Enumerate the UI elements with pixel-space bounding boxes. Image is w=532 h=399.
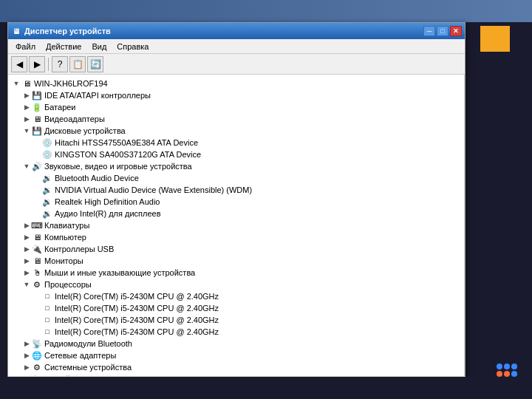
tree-item-cpu1[interactable]: □ Intel(R) Core(TM) i5-2430M CPU @ 2.40G… xyxy=(8,302,464,314)
maximize-button[interactable]: □ xyxy=(437,26,449,36)
tree-item-computer[interactable]: ▶ 🖥 Компьютер xyxy=(8,231,464,243)
back-button[interactable]: ◀ xyxy=(11,56,27,72)
device-manager-window: 🖥 Диспетчер устройств ─ □ ✕ Файл Действи… xyxy=(7,22,466,377)
hid-icon: 🖱 xyxy=(32,374,42,376)
tree-item-nvidia-audio[interactable]: 🔉 NVIDIA Virtual Audio Device (Wave Exte… xyxy=(8,184,464,196)
cpu1-expander xyxy=(32,303,42,313)
ide-label: IDE ATA/ATAPI контроллеры xyxy=(44,91,151,100)
tree-item-realtek[interactable]: 🔉 Realtek High Definition Audio xyxy=(8,196,464,208)
battery-label: Батареи xyxy=(44,103,76,112)
device-tree[interactable]: ▼ 🖥 WIN-JKH6LROF194 ▶ 💾 IDE ATA/ATAPI ко… xyxy=(8,75,465,376)
realtek-label: Realtek High Definition Audio xyxy=(55,197,160,206)
dot-0 xyxy=(497,364,502,369)
menu-bar: Файл Действие Вид Справка xyxy=(8,39,465,54)
bt-audio-expander xyxy=(32,173,42,183)
forward-button[interactable]: ▶ xyxy=(29,56,45,72)
hitachi-expander xyxy=(32,137,42,148)
title-bar: 🖥 Диспетчер устройств ─ □ ✕ xyxy=(8,23,465,39)
intel-audio-label: Аудио Intel(R) для дисплеев xyxy=(55,209,161,218)
dot-5 xyxy=(511,371,517,377)
tree-item-kingston[interactable]: 💿 KINGSTON SA400S37120G ATA Device xyxy=(8,149,464,160)
system-expander[interactable]: ▶ xyxy=(21,362,32,372)
title-buttons: ─ □ ✕ xyxy=(423,26,462,36)
bottom-background xyxy=(0,377,532,399)
tree-item-bluetooth-audio[interactable]: 🔉 Bluetooth Audio Device xyxy=(8,172,464,184)
menu-action[interactable]: Действие xyxy=(41,41,86,52)
cpu0-icon: □ xyxy=(42,291,52,301)
tree-item-monitors[interactable]: ▶ 🖥 Мониторы xyxy=(8,255,464,267)
cpu2-expander xyxy=(32,315,42,325)
refresh-button[interactable]: 🔄 xyxy=(87,56,103,72)
content-area: ▼ 🖥 WIN-JKH6LROF194 ▶ 💾 IDE ATA/ATAPI ко… xyxy=(8,75,465,376)
monitors-label: Мониторы xyxy=(44,256,83,265)
battery-icon: 🔋 xyxy=(32,102,42,112)
video-icon: 🖥 xyxy=(32,114,42,124)
minimize-button[interactable]: ─ xyxy=(423,26,435,36)
tree-item-system[interactable]: ▶ ⚙ Системные устройства xyxy=(8,361,464,373)
audio-expander[interactable]: ▼ xyxy=(21,161,32,171)
tree-item-battery[interactable]: ▶ 🔋 Батареи xyxy=(8,101,464,113)
tree-item-hid[interactable]: ▶ 🖱 Устройства HID (Human Interface Devi… xyxy=(8,373,464,376)
kingston-label: KINGSTON SA400S37120G ATA Device xyxy=(55,150,201,159)
computer-expander[interactable]: ▶ xyxy=(21,232,32,242)
help-button[interactable]: ? xyxy=(52,56,68,72)
mice-label: Мыши и иные указывающие устройства xyxy=(44,268,195,277)
root-node[interactable]: ▼ 🖥 WIN-JKH6LROF194 xyxy=(8,78,464,89)
tree-item-disk[interactable]: ▼ 💾 Дисковые устройства xyxy=(8,125,464,137)
system-icon: ⚙ xyxy=(32,362,42,372)
tree-item-video[interactable]: ▶ 🖥 Видеоадаптеры xyxy=(8,113,464,125)
cpu0-label: Intel(R) Core(TM) i5-2430M CPU @ 2.40GHz xyxy=(55,292,219,301)
bt-audio-label: Bluetooth Audio Device xyxy=(55,174,139,183)
toolbar: ◀ ▶ ? 📋 🔄 xyxy=(8,54,465,75)
cpu-expander[interactable]: ▼ xyxy=(21,279,32,290)
tree-item-audio[interactable]: ▼ 🔊 Звуковые, видео и игровые устройства xyxy=(8,160,464,172)
kingston-expander xyxy=(32,149,42,160)
tree-item-network[interactable]: ▶ 🌐 Сетевые адаптеры xyxy=(8,349,464,361)
monitors-expander[interactable]: ▶ xyxy=(21,256,32,266)
tree-item-cpu2[interactable]: □ Intel(R) Core(TM) i5-2430M CPU @ 2.40G… xyxy=(8,314,464,326)
close-button[interactable]: ✕ xyxy=(450,26,462,36)
window-title: Диспетчер устройств xyxy=(24,27,111,35)
network-label: Сетевые адаптеры xyxy=(44,351,116,360)
tree-item-intel-audio[interactable]: 🔉 Аудио Intel(R) для дисплеев xyxy=(8,208,464,219)
menu-view[interactable]: Вид xyxy=(87,41,111,52)
video-expander[interactable]: ▶ xyxy=(21,114,32,124)
bt-radio-label: Радиомодули Bluetooth xyxy=(44,339,132,348)
properties-button[interactable]: 📋 xyxy=(69,56,86,72)
battery-expander[interactable]: ▶ xyxy=(21,102,32,112)
ide-expander[interactable]: ▶ xyxy=(21,90,32,100)
menu-help[interactable]: Справка xyxy=(112,41,153,52)
video-label: Видеоадаптеры xyxy=(44,115,105,123)
tree-item-cpu0[interactable]: □ Intel(R) Core(TM) i5-2430M CPU @ 2.40G… xyxy=(8,290,464,302)
hid-expander[interactable]: ▶ xyxy=(21,374,32,376)
dot-2 xyxy=(511,364,517,369)
audio-icon: 🔊 xyxy=(32,161,42,171)
network-expander[interactable]: ▶ xyxy=(21,350,32,361)
dot-1 xyxy=(504,364,510,369)
disk-expander[interactable]: ▼ xyxy=(21,126,32,136)
bt-radio-expander[interactable]: ▶ xyxy=(21,338,32,349)
intel-audio-expander xyxy=(32,208,42,219)
audio-label: Звуковые, видео и игровые устройства xyxy=(44,162,192,171)
mice-expander[interactable]: ▶ xyxy=(21,267,32,278)
tree-item-mice[interactable]: ▶ 🖱 Мыши и иные указывающие устройства xyxy=(8,267,464,279)
computer-icon: 🖥 xyxy=(21,78,32,89)
tree-item-usb[interactable]: ▶ 🔌 Контроллеры USB xyxy=(8,243,464,255)
tree-item-ide[interactable]: ▶ 💾 IDE ATA/ATAPI контроллеры xyxy=(8,89,464,101)
cpu3-icon: □ xyxy=(42,327,52,337)
menu-file[interactable]: Файл xyxy=(11,41,40,52)
usb-expander[interactable]: ▶ xyxy=(21,244,32,254)
bt-audio-icon: 🔉 xyxy=(42,173,52,183)
window-icon: 🖥 xyxy=(11,26,21,36)
tree-item-keyboard[interactable]: ▶ ⌨ Клавиатуры xyxy=(8,219,464,231)
tree-item-bt-radio[interactable]: ▶ 📡 Радиомодули Bluetooth xyxy=(8,338,464,349)
cpu1-icon: □ xyxy=(42,303,52,313)
tree-item-hitachi[interactable]: 💿 Hitachi HTSS47550A9E384 ATA Device xyxy=(8,137,464,149)
cpu2-label: Intel(R) Core(TM) i5-2430M CPU @ 2.40GHz xyxy=(55,316,219,324)
tree-item-cpu3[interactable]: □ Intel(R) Core(TM) i5-2430M CPU @ 2.40G… xyxy=(8,326,464,338)
keyboard-expander[interactable]: ▶ xyxy=(21,220,32,231)
cpu3-expander xyxy=(32,327,42,337)
tree-item-cpu[interactable]: ▼ ⚙ Процессоры xyxy=(8,279,464,290)
hitachi-label: Hitachi HTSS47550A9E384 ATA Device xyxy=(55,138,198,147)
root-expander[interactable]: ▼ xyxy=(11,78,21,89)
